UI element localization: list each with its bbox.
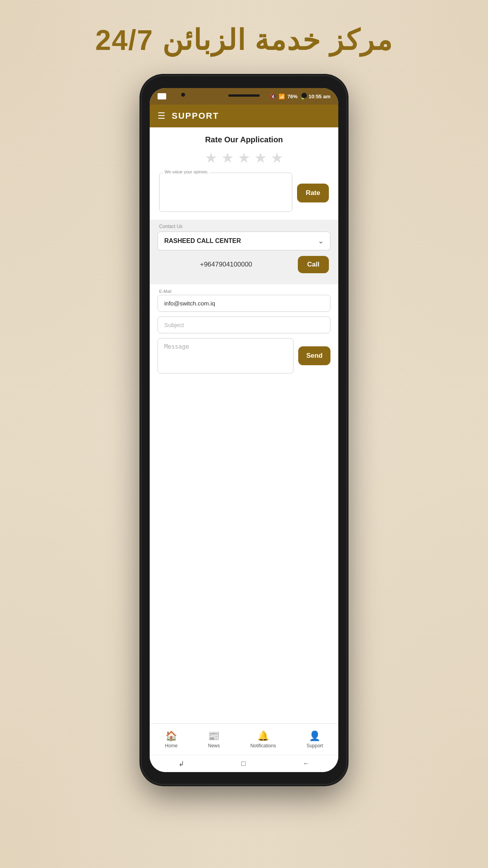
hamburger-icon[interactable]: ☰ — [158, 111, 165, 121]
phone-number: +9647904100000 — [159, 261, 293, 268]
support-icon: 👤 — [309, 730, 321, 741]
nav-label-support: Support — [306, 743, 323, 748]
contact-section: Contact Us RASHEED CALL CENTER ⌄ +964790… — [150, 220, 338, 284]
status-battery-icon: 🔋 — [300, 94, 306, 99]
dropdown-value: RASHEED CALL CENTER — [164, 237, 318, 245]
star-5[interactable]: ★ — [271, 150, 283, 166]
rate-input-row: We value your opinion. Rate — [159, 173, 329, 213]
subject-field-wrapper — [158, 316, 330, 333]
status-signal: 📶 — [279, 94, 285, 99]
recent-apps-button[interactable]: ↲ — [178, 760, 184, 768]
status-time: 10:55 am — [308, 94, 330, 99]
stars-row[interactable]: ★ ★ ★ ★ ★ — [159, 150, 329, 166]
rate-title: Rate Our Application — [159, 135, 329, 144]
send-button[interactable]: Send — [298, 346, 330, 365]
back-button[interactable]: ← — [303, 760, 310, 768]
contact-dropdown[interactable]: RASHEED CALL CENTER ⌄ — [158, 232, 330, 250]
message-textarea[interactable] — [158, 338, 294, 373]
status-image-icon — [158, 93, 166, 99]
chevron-down-icon: ⌄ — [318, 237, 324, 245]
email-field-wrapper: E-Mail — [158, 289, 330, 312]
rate-input-wrapper: We value your opinion. — [159, 173, 292, 213]
nav-item-notifications[interactable]: 🔔 Notifications — [250, 730, 276, 748]
nav-label-news: News — [208, 743, 220, 748]
nav-item-support[interactable]: 👤 Support — [306, 730, 323, 748]
message-row: Send — [158, 338, 330, 373]
app-bar: ☰ SUPPORT — [150, 105, 338, 127]
contact-label: Contact Us — [159, 224, 330, 229]
phone-device: 🔇 📶 76% 🔋 10:55 am ☰ SUPPORT Rate Our Ap… — [142, 76, 346, 784]
star-2[interactable]: ★ — [221, 150, 234, 166]
star-4[interactable]: ★ — [254, 150, 267, 166]
main-content: Rate Our Application ★ ★ ★ ★ ★ We value … — [150, 127, 338, 723]
star-1[interactable]: ★ — [205, 150, 217, 166]
nav-item-news[interactable]: 📰 News — [208, 730, 220, 748]
subject-input[interactable] — [158, 316, 330, 333]
rate-section: Rate Our Application ★ ★ ★ ★ ★ We value … — [150, 127, 338, 220]
status-bar: 🔇 📶 76% 🔋 10:55 am — [150, 88, 338, 105]
home-icon: 🏠 — [165, 730, 177, 741]
bottom-nav: 🏠 Home 📰 News 🔔 Notifications 👤 Support — [150, 723, 338, 755]
android-nav: ↲ □ ← — [150, 755, 338, 772]
email-input[interactable] — [158, 295, 330, 312]
rate-button[interactable]: Rate — [297, 184, 329, 202]
status-mute-icon: 🔇 — [270, 94, 276, 99]
email-label: E-Mail — [159, 289, 330, 294]
phone-screen: 🔇 📶 76% 🔋 10:55 am ☰ SUPPORT Rate Our Ap… — [150, 88, 338, 772]
phone-call-row: +9647904100000 Call — [158, 256, 330, 273]
notifications-icon: 🔔 — [257, 730, 269, 741]
nav-label-notifications: Notifications — [250, 743, 276, 748]
call-button[interactable]: Call — [298, 256, 329, 273]
form-section: E-Mail Send — [150, 284, 338, 380]
page-title: مركز خدمة الزبائن 24/7 — [95, 24, 393, 57]
rate-textarea-label: We value your opinion. — [163, 169, 210, 174]
star-3[interactable]: ★ — [238, 150, 250, 166]
app-bar-title: SUPPORT — [172, 111, 219, 121]
nav-item-home[interactable]: 🏠 Home — [165, 730, 178, 748]
status-battery: 76% — [287, 94, 297, 99]
home-button[interactable]: □ — [241, 760, 246, 768]
rate-textarea[interactable] — [159, 173, 292, 212]
news-icon: 📰 — [208, 730, 220, 741]
nav-label-home: Home — [165, 743, 178, 748]
